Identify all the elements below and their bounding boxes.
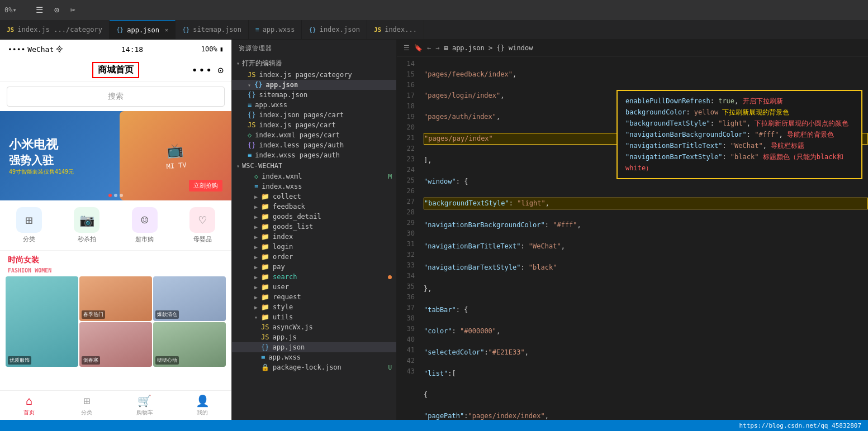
battery-percent: 100%: [201, 45, 217, 53]
tab-index-json[interactable]: {} index.json: [302, 20, 367, 39]
category-item-seckill[interactable]: 📷 秒杀拍: [74, 207, 99, 243]
code-line-25: "tabBar": {: [424, 305, 868, 315]
top-bar: 0%▾ ☰ ⊙ ✂: [0, 0, 868, 20]
cart-icon: 🛒: [137, 394, 151, 408]
code-line-28: "list":[: [424, 368, 868, 379]
file-label: index.wxss pages/auth: [255, 151, 340, 159]
file-app-wxss2[interactable]: ≡ app.wxss: [232, 352, 396, 362]
file-label: index.js pages/category: [259, 71, 352, 79]
folder-style[interactable]: ▶ 📁 style: [232, 302, 396, 312]
category-item-baby[interactable]: ♡ 母婴品: [189, 207, 215, 243]
photo-cell-5[interactable]: 研研心动: [153, 322, 226, 367]
bottom-tab-cart[interactable]: 🛒 购物车: [116, 394, 174, 416]
ann-line-1: enablePullDownRefresh: true, 开启下拉刷新: [625, 95, 853, 107]
file-app-json2[interactable]: {} app.json: [232, 342, 396, 352]
file-app-json[interactable]: ▾ {} app.json: [232, 80, 396, 90]
section-open-editors[interactable]: ▾ 打开的编辑器: [232, 57, 396, 70]
code-line-22: "navigationBarTitleText": "WeChat",: [424, 241, 868, 252]
folder-order[interactable]: ▶ 📁 order: [232, 252, 396, 262]
section-wsc-wechat[interactable]: ▾ WSC-WECHAT: [232, 160, 396, 171]
toolbar-menu-icon[interactable]: ☰: [404, 44, 410, 52]
folder-goods-list[interactable]: ▶ 📁 goods_list: [232, 222, 396, 232]
folder-login[interactable]: ▶ 📁 login: [232, 242, 396, 252]
chevron-right-icon: ▶: [254, 284, 258, 290]
file-index-less-auth[interactable]: {} index.less pages/auth: [232, 140, 396, 150]
tab-close-btn[interactable]: ✕: [165, 27, 168, 33]
photo-cell-3[interactable]: 爆款清仓: [153, 276, 226, 321]
folder-request[interactable]: ▶ 📁 request: [232, 292, 396, 302]
panel-title: 资源管理器: [232, 40, 396, 57]
bottom-tab-mine-label: 我的: [197, 409, 208, 416]
chevron-right-icon: ▶: [254, 294, 258, 300]
folder-goods-detail[interactable]: ▶ 📁 goods_detail: [232, 212, 396, 222]
more-icon[interactable]: •••: [192, 64, 214, 76]
folder-feedback[interactable]: ▶ 📁 feedback: [232, 202, 396, 212]
file-index-js-cart[interactable]: JS index.js pages/cart: [232, 120, 396, 130]
folder-search[interactable]: ▶ 📁 search: [232, 272, 396, 282]
toolbar-icon-cut[interactable]: ✂: [70, 5, 75, 15]
photo-cell-4[interactable]: 倒春寒: [79, 322, 152, 367]
toolbar-back-icon[interactable]: ←: [427, 44, 431, 52]
photo-label-3: 爆款清仓: [155, 310, 179, 319]
file-app-wxss[interactable]: ≡ app.wxss: [232, 100, 396, 110]
file-label: app.js: [272, 333, 296, 341]
section-label-open-editors: 打开的编辑器: [242, 59, 282, 68]
folder-collect[interactable]: ▶ 📁 collect: [232, 191, 396, 202]
tab-label: index.json: [320, 26, 360, 33]
tab-app-wxss[interactable]: ≡ app.wxss: [249, 20, 302, 39]
bottom-tab-mine[interactable]: 👤 我的: [174, 394, 232, 416]
toolbar-icon-menu[interactable]: ☰: [36, 5, 43, 15]
file-index-wxml-cart[interactable]: ◇ index.wxml pages/cart: [232, 130, 396, 140]
category-item-fenlei[interactable]: ⊞ 分类: [16, 207, 42, 243]
file-index-wxss[interactable]: ≡ index.wxss: [232, 181, 396, 191]
phone-status-bar: •••• WeChat 令 14:18 100% ▮: [0, 40, 231, 59]
file-label: index.js pages/cart: [259, 121, 335, 129]
carrier-name: WeChat: [27, 45, 54, 54]
tab-index-js-category[interactable]: JS index.js .../category: [0, 20, 110, 39]
category-item-supermarket[interactable]: ☺ 超市购: [132, 207, 158, 243]
category-icons-row: ⊞ 分类 📷 秒杀拍 ☺ 超市购 ♡ 母婴品: [0, 200, 231, 251]
bottom-tab-category[interactable]: ⊞ 分类: [58, 394, 116, 416]
folder-index[interactable]: ▶ 📁 index: [232, 232, 396, 242]
file-index-js-category[interactable]: JS index.js pages/category: [232, 70, 396, 80]
folder-pay[interactable]: ▶ 📁 pay: [232, 262, 396, 272]
file-package-lock-json[interactable]: 🔒 package-lock.json U: [232, 362, 396, 372]
file-index-wxss-auth[interactable]: ≡ index.wxss pages/auth: [232, 150, 396, 160]
file-label: app.wxss: [255, 101, 287, 109]
editor-body: 14 15 16 17 18 19 20 21 22 23 24 25 26 2…: [397, 56, 868, 420]
photo-cell-2[interactable]: 春季热门: [79, 276, 152, 321]
file-app-js[interactable]: JS app.js: [232, 332, 396, 342]
breadcrumb: ⊞ app.json > {} window: [444, 44, 533, 52]
toolbar-bookmark-icon[interactable]: 🔖: [414, 44, 423, 52]
photo-cell-1[interactable]: 优质服饰: [6, 276, 78, 367]
badge-u: U: [388, 364, 392, 371]
tab-sitemap-json[interactable]: {} sitemap.json: [176, 20, 249, 39]
file-asyncwx-js[interactable]: JS asyncWx.js: [232, 322, 396, 332]
folder-utils[interactable]: ▾ 📁 utils: [232, 312, 396, 322]
folder-icon: 📁: [261, 303, 269, 311]
chevron-right-icon: ▶: [254, 264, 258, 270]
search-bar[interactable]: 搜索: [7, 87, 225, 107]
file-label: index.wxml: [262, 173, 302, 180]
toolbar-forward-icon[interactable]: →: [435, 44, 439, 52]
tab-index2[interactable]: JS index...: [367, 20, 424, 39]
chevron-icon: ▾: [248, 82, 251, 88]
bottom-tab-home[interactable]: ⌂ 首页: [0, 394, 58, 416]
tab-app-json[interactable]: {} app.json ✕: [110, 20, 176, 39]
file-index-wxml[interactable]: ◇ index.wxml M: [232, 171, 396, 181]
file-index-json-cart[interactable]: {} index.json pages/cart: [232, 110, 396, 120]
code-line-21: "navigationBarBackgroundColor": "#fff",: [424, 220, 868, 231]
file-label: index.wxss: [262, 183, 302, 190]
zoom-level[interactable]: 0%▾: [4, 6, 17, 14]
folder-label: login: [273, 243, 293, 251]
file-label: asyncWx.js: [272, 323, 312, 331]
mine-icon: 👤: [196, 394, 210, 408]
line-numbers: 14 15 16 17 18 19 20 21 22 23 24 25 26 2…: [397, 56, 419, 420]
camera-icon[interactable]: ⊙: [217, 64, 224, 76]
js-icon: JS: [248, 121, 255, 129]
file-sitemap-json[interactable]: {} sitemap.json: [232, 90, 396, 100]
toolbar-icon-circle[interactable]: ⊙: [54, 5, 59, 15]
tab-json-icon: {}: [182, 26, 189, 33]
folder-user[interactable]: ▶ 📁 user: [232, 282, 396, 292]
banner-dots: [108, 194, 123, 197]
